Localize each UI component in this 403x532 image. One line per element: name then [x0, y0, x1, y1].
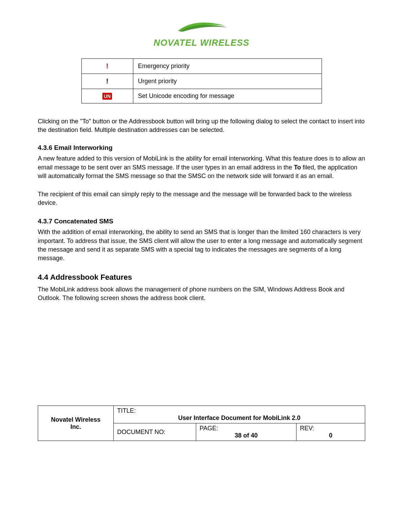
title-value: User Interface Document for MobiLink 2.0: [117, 414, 361, 422]
table-row: ! Emergency priority: [81, 59, 322, 74]
footer-company-cell: Novatel Wireless Inc.: [38, 406, 114, 441]
footer-rev-cell: REV: 0: [296, 423, 365, 441]
footer-page-cell: PAGE: 38 of 40: [196, 423, 296, 441]
table-row: UN Set Unicode encoding for message: [81, 89, 322, 103]
section-concatenated-sms: 4.3.7 Concatenated SMS With the addition…: [38, 218, 365, 263]
company-name-line1: Novatel Wireless: [42, 416, 110, 423]
page-label: PAGE:: [200, 425, 218, 432]
footer-docno-cell: DOCUMENT NO:: [114, 423, 196, 441]
icon-cell: UN: [81, 89, 133, 103]
icon-description: Set Unicode encoding for message: [133, 89, 322, 103]
icon-cell: !: [81, 59, 133, 74]
priority-icons-table: ! Emergency priority ! Urgent priority U…: [81, 58, 322, 103]
page-value: 38 of 40: [200, 432, 293, 439]
urgent-priority-icon: !: [106, 77, 109, 85]
unicode-encoding-icon: UN: [102, 93, 112, 100]
section-heading: 4.4 Addressbook Features: [38, 273, 365, 282]
company-name-line2: Inc.: [42, 423, 110, 431]
footer-title-cell: TITLE: User Interface Document for MobiL…: [114, 406, 365, 423]
table-row: ! Urgent priority: [81, 74, 322, 89]
logo: NOVATEL WIRELESS: [38, 14, 365, 48]
footer-table: Novatel Wireless Inc. TITLE: User Interf…: [38, 406, 365, 441]
icon-description: Urgent priority: [133, 74, 322, 89]
emergency-priority-icon: !: [106, 62, 109, 70]
section-paragraph: The recipient of this email can simply r…: [38, 190, 365, 207]
icon-cell: !: [81, 74, 133, 89]
icon-description: Emergency priority: [133, 59, 322, 74]
rev-label: REV:: [300, 425, 314, 432]
bold-to-field: To: [294, 164, 301, 171]
section-email-interworking: 4.3.6 Email Interworking A new feature a…: [38, 144, 365, 207]
section-addressbook-features: 4.4 Addressbook Features The MobiLink ad…: [38, 273, 365, 302]
section-heading: 4.3.6 Email Interworking: [38, 144, 365, 152]
title-label: TITLE:: [117, 407, 136, 414]
section-paragraph: The MobiLink address book allows the man…: [38, 285, 365, 302]
docno-label: DOCUMENT NO:: [117, 429, 166, 435]
section-heading: 4.3.7 Concatenated SMS: [38, 218, 365, 225]
section-paragraph: With the addition of email interworking,…: [38, 228, 365, 263]
logo-swoosh-icon: [167, 14, 236, 34]
intro-paragraph: Clicking on the "To" button or the Addre…: [38, 117, 365, 134]
section-paragraph: A new feature added to this version of M…: [38, 154, 365, 180]
logo-text: NOVATEL WIRELESS: [38, 37, 365, 48]
rev-value: 0: [300, 432, 361, 439]
